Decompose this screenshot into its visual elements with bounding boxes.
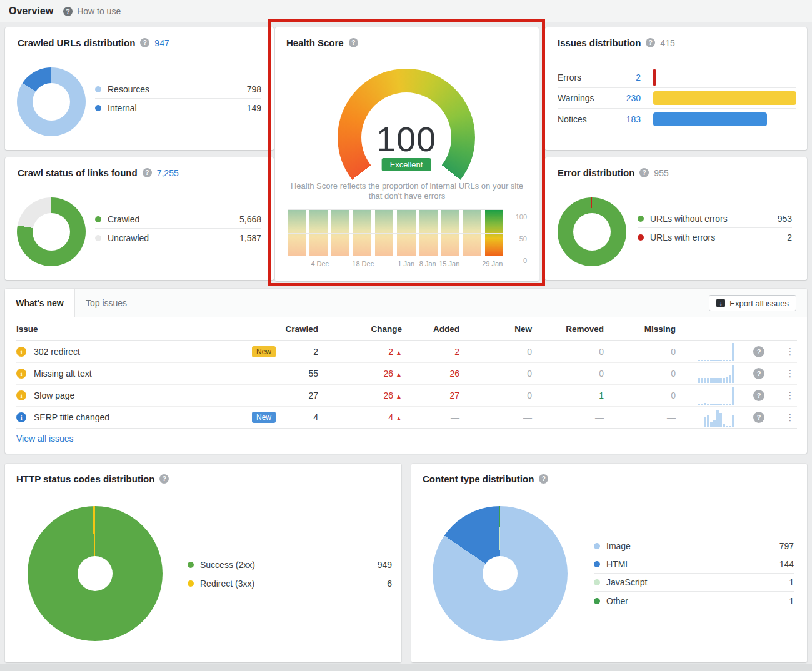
- issues-row-warnings: Warnings 230: [558, 88, 796, 109]
- card-title: Error distribution: [558, 167, 634, 178]
- site-audit-overview-page: Overview ? How to use Crawled URLs distr…: [0, 0, 812, 671]
- table-row: i Missing alt text 55 26▲ 26 0 0 0 ? ⋮: [16, 363, 797, 385]
- legend-dot-icon: [594, 561, 600, 567]
- legend-item: Internal 149: [95, 99, 261, 117]
- legend-dot-icon: [594, 598, 600, 604]
- table-row: i 302 redirect New 2 2▲ 2 0 0 0 ? ⋮: [16, 341, 797, 363]
- error-distribution-donut-chart: [558, 197, 626, 266]
- legend-item: Redirect (3xx) 6: [188, 574, 392, 592]
- crawl-status-donut-chart: [17, 197, 86, 266]
- row-menu-icon[interactable]: ⋮: [786, 412, 795, 422]
- issue-link[interactable]: SERP title changed: [34, 412, 109, 422]
- legend-item: Crawled 5,668: [95, 211, 261, 229]
- crawl-status-card: Crawl status of links found ? 7,255 Craw…: [5, 157, 274, 280]
- help-icon[interactable]: ?: [753, 368, 764, 379]
- help-icon[interactable]: ?: [753, 346, 764, 357]
- issue-sparkline-chart: [698, 364, 734, 383]
- legend-dot-icon: [594, 579, 600, 585]
- legend-item: Success (2xx) 949: [188, 556, 392, 574]
- issue-link[interactable]: Missing alt text: [34, 369, 92, 379]
- change-up-icon: ▲: [396, 371, 402, 378]
- health-score-card: Health Score ? 100 Excellent Health Scor…: [275, 27, 539, 281]
- issue-link[interactable]: Slow page: [34, 390, 74, 400]
- table-row: i SERP title changed New 4 4▲ — — — — ? …: [16, 407, 797, 429]
- errors-count-link[interactable]: 2: [614, 72, 641, 82]
- help-icon[interactable]: ?: [140, 38, 149, 47]
- how-to-use-link[interactable]: How to use: [77, 6, 121, 16]
- tab-whats-new[interactable]: What's new: [5, 289, 75, 317]
- http-status-card: HTTP status codes distribution ? Success…: [5, 464, 401, 662]
- row-menu-icon[interactable]: ⋮: [786, 390, 795, 400]
- help-icon[interactable]: ?: [159, 474, 169, 484]
- legend-item: HTML 144: [594, 555, 794, 574]
- crawled-urls-total-link[interactable]: 947: [154, 38, 169, 48]
- change-up-icon: ▲: [396, 349, 402, 356]
- card-title: Crawl status of links found: [18, 167, 138, 178]
- export-all-issues-button[interactable]: ↓ Export all issues: [709, 295, 796, 311]
- legend-item: Resources 798: [95, 81, 261, 99]
- crawled-urls-donut-chart: [17, 67, 86, 136]
- notices-count-link[interactable]: 183: [614, 114, 641, 124]
- download-icon: ↓: [716, 299, 725, 307]
- error-distribution-card: Error distribution ? 955 URLs without er…: [545, 157, 807, 280]
- issues-total: 415: [660, 38, 674, 48]
- warning-icon: i: [16, 369, 26, 379]
- legend-dot-icon: [188, 580, 194, 587]
- legend-dot-icon: [638, 234, 644, 241]
- http-status-pie-chart: [28, 506, 163, 641]
- help-icon[interactable]: ?: [646, 38, 655, 47]
- help-icon[interactable]: ?: [753, 390, 764, 401]
- links-found-total-link[interactable]: 7,255: [157, 168, 179, 178]
- legend-dot-icon: [594, 543, 600, 549]
- row-menu-icon[interactable]: ⋮: [786, 346, 795, 357]
- health-score-badge: Excellent: [382, 158, 431, 171]
- legend-dot-icon: [95, 86, 101, 92]
- notice-icon: i: [16, 412, 26, 422]
- legend-dot-icon: [95, 216, 101, 222]
- how-to-use-help-icon[interactable]: ?: [63, 7, 73, 16]
- legend-item: JavaScript 1: [594, 574, 794, 592]
- legend-item: Image 797: [594, 537, 794, 555]
- issues-distribution-card: Issues distribution ? 415 Errors 2 Warni…: [545, 27, 807, 150]
- change-up-icon: ▲: [396, 393, 402, 400]
- help-icon[interactable]: ?: [539, 474, 548, 484]
- table-row: i Slow page 27 26▲ 27 0 1 0 ? ⋮: [16, 385, 797, 407]
- view-all-issues-link[interactable]: View all issues: [16, 434, 74, 444]
- content-type-pie-chart: [433, 506, 568, 641]
- help-icon[interactable]: ?: [143, 168, 152, 177]
- help-icon[interactable]: ?: [639, 168, 649, 177]
- error-distribution-total: 955: [654, 168, 668, 178]
- tab-top-issues[interactable]: Top issues: [75, 289, 138, 317]
- errors-bar: [653, 69, 656, 86]
- issues-panel: What's new Top issues ↓ Export all issue…: [5, 289, 807, 454]
- content-type-card: Content type distribution ? Image 797 HT…: [411, 464, 807, 662]
- issues-tabbar: What's new Top issues ↓ Export all issue…: [5, 289, 807, 317]
- page-bottom-strip: [0, 664, 812, 671]
- issue-sparkline-chart: [704, 408, 734, 427]
- issues-row-notices: Notices 183: [558, 109, 796, 129]
- issue-sparkline-chart: [698, 342, 734, 361]
- health-score-description: Health Score reflects the proportion of …: [288, 181, 526, 201]
- warning-icon: i: [16, 390, 26, 400]
- new-badge: New: [252, 346, 276, 357]
- issue-link[interactable]: 302 redirect: [34, 347, 80, 357]
- warnings-count-link[interactable]: 230: [614, 93, 641, 103]
- health-score-value: 100: [338, 119, 475, 159]
- card-title: Crawled URLs distribution: [18, 37, 135, 48]
- legend-dot-icon: [188, 562, 194, 568]
- health-score-history-chart: [288, 209, 503, 256]
- row-menu-icon[interactable]: ⋮: [786, 368, 795, 379]
- history-x-labels: 4 Dec18 Dec1 Jan8 Jan15 Jan29 Jan: [288, 260, 503, 269]
- legend-item: URLs with errors 2: [638, 228, 792, 246]
- crawled-urls-card: Crawled URLs distribution ? 947 Resource…: [5, 27, 274, 150]
- warnings-bar: [653, 91, 796, 105]
- page-title: Overview: [9, 6, 53, 17]
- new-badge: New: [252, 412, 276, 423]
- legend-item: URLs without errors 953: [638, 210, 792, 228]
- card-title: HTTP status codes distribution: [16, 474, 154, 484]
- warning-icon: i: [16, 347, 26, 357]
- change-up-icon: ▲: [396, 415, 402, 422]
- help-icon[interactable]: ?: [349, 38, 358, 47]
- help-icon[interactable]: ?: [753, 412, 764, 423]
- legend-dot-icon: [95, 105, 101, 111]
